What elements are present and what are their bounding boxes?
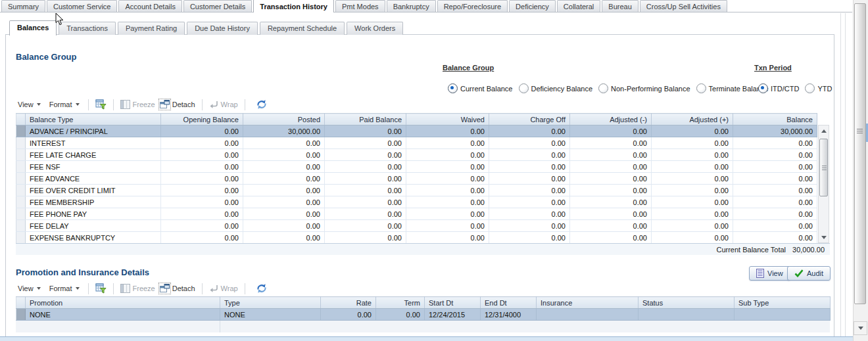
cell (735, 309, 831, 321)
radio-itd-ctd[interactable]: ITD/CTD (758, 83, 799, 93)
tab-transaction-history[interactable]: Transaction History (253, 0, 334, 12)
subtab-work-orders[interactable]: Work Orders (347, 22, 403, 35)
detach-button[interactable]: Detach (160, 100, 195, 109)
column-header[interactable]: Insurance (537, 297, 639, 309)
view-menu[interactable]: View (16, 99, 43, 110)
table-row[interactable]: FEE MEMBERSHIP0.000.000.000.000.000.000.… (16, 196, 817, 208)
row-selector[interactable] (16, 196, 26, 208)
query-by-example-icon[interactable] (95, 283, 107, 294)
cell: 0.00 (733, 196, 817, 208)
tab-repo-foreclosure[interactable]: Repo/Foreclosure (437, 0, 508, 12)
radio-deficiency-balance[interactable]: Deficiency Balance (519, 83, 593, 93)
column-header[interactable]: Status (639, 297, 735, 309)
column-header[interactable]: Term (376, 297, 425, 309)
tab-customer-service[interactable]: Customer Service (47, 0, 117, 12)
chevron-down-icon (76, 103, 80, 106)
column-header[interactable]: Opening Balance (161, 114, 243, 125)
format-menu[interactable]: Format (47, 99, 82, 110)
tab-bankruptcy[interactable]: Bankruptcy (387, 0, 436, 12)
row-selector[interactable] (16, 232, 26, 244)
row-selector[interactable] (16, 185, 26, 196)
row-selector[interactable] (16, 220, 26, 232)
page-scrollbar-thumb[interactable] (854, 3, 866, 304)
view-menu-label: View (18, 284, 34, 292)
scroll-down-arrow[interactable] (819, 233, 829, 242)
radio-ytd[interactable]: YTD (805, 83, 832, 93)
toolbar-separator (245, 283, 245, 294)
table-row[interactable]: FEE OVER CREDIT LIMIT0.000.000.000.000.0… (16, 185, 817, 196)
row-selector[interactable] (16, 137, 26, 149)
column-header[interactable]: Charge Off (489, 114, 570, 125)
detach-button[interactable]: Detach (160, 284, 195, 293)
radio-non-performing-balance[interactable]: Non-Performing Balance (598, 83, 690, 93)
column-header[interactable]: Waived (406, 114, 489, 125)
format-menu-label: Format (49, 101, 72, 108)
view-menu[interactable]: View (16, 283, 43, 294)
column-header[interactable]: Paid Balance (325, 114, 406, 125)
radio-current-balance[interactable]: Current Balance (448, 83, 513, 93)
detach-icon (160, 284, 170, 293)
cell: 0.00 (733, 185, 817, 196)
refresh-icon[interactable] (256, 99, 268, 110)
column-header[interactable]: Balance Type (26, 114, 161, 125)
column-header[interactable]: Start Dt (425, 297, 481, 309)
column-header[interactable]: Adjusted (-) (570, 114, 652, 125)
table-row[interactable]: INTEREST0.000.000.000.000.000.000.000.00 (16, 137, 817, 149)
row-selector[interactable] (16, 149, 26, 161)
view-button[interactable]: View (749, 266, 790, 281)
freeze-label: Freeze (133, 101, 155, 108)
tab-collateral[interactable]: Collateral (557, 0, 600, 12)
bottom-accent-strip (0, 336, 853, 341)
table-row[interactable]: FEE DELAY0.000.000.000.000.000.000.000.0… (16, 220, 817, 232)
table-row[interactable]: FEE ADVANCE0.000.000.000.000.000.000.000… (16, 173, 817, 185)
detach-label: Detach (172, 284, 195, 292)
wrap-button: Wrap (209, 284, 238, 293)
table-row[interactable]: NONENONE0.000.0012/24/201512/31/4000 (16, 309, 831, 321)
row-selector[interactable] (16, 208, 26, 220)
scroll-up-arrow[interactable] (819, 126, 829, 135)
tab-deficiency[interactable]: Deficiency (509, 0, 556, 12)
table-row[interactable]: FEE PHONE PAY0.000.000.000.000.000.000.0… (16, 208, 817, 220)
audit-button[interactable]: Audit (787, 266, 831, 281)
scrollbar-thumb[interactable] (819, 139, 828, 196)
row-selector[interactable] (16, 173, 26, 185)
table-row[interactable]: ADVANCE / PRINCIPAL0.0030,000.000.000.00… (16, 125, 817, 137)
cell: 0.00 (243, 137, 325, 149)
subtab-balances[interactable]: Balances (9, 20, 57, 35)
row-selector[interactable] (16, 309, 26, 321)
refresh-icon[interactable] (256, 283, 268, 294)
table-row[interactable]: EXPENSE BANKRUPTCY0.000.000.000.000.000.… (16, 232, 817, 244)
column-header[interactable]: End Dt (481, 297, 537, 309)
cell: 0.00 (406, 173, 489, 185)
cell: 0.00 (489, 220, 570, 232)
column-header[interactable]: Balance (733, 114, 817, 125)
radio-icon (598, 83, 608, 93)
tab-summary[interactable]: Summary (1, 0, 45, 12)
table-row[interactable]: FEE NSF0.000.000.000.000.000.000.000.00 (16, 161, 817, 173)
subtab-due-date-history[interactable]: Due Date History (187, 22, 258, 35)
row-selector[interactable] (16, 125, 26, 137)
subtab-payment-rating[interactable]: Payment Rating (118, 22, 185, 35)
table-row[interactable]: FEE LATE CHARGE0.000.000.000.000.000.000… (16, 149, 817, 161)
tab-cross-up-sell-activities[interactable]: Cross/Up Sell Activities (640, 0, 727, 12)
query-by-example-icon[interactable] (95, 99, 107, 110)
cell: FEE MEMBERSHIP (26, 196, 161, 208)
cell: 0.00 (321, 309, 376, 321)
tab-bureau[interactable]: Bureau (602, 0, 638, 12)
page-scroll-down-arrow[interactable] (854, 321, 867, 335)
tab-pmt-modes[interactable]: Pmt Modes (335, 0, 385, 12)
format-menu-label: Format (49, 284, 72, 292)
tab-customer-details[interactable]: Customer Details (183, 0, 252, 12)
column-header[interactable]: Adjusted (+) (652, 114, 733, 125)
column-header[interactable]: Sub Type (735, 297, 831, 309)
tab-account-details[interactable]: Account Details (118, 0, 181, 12)
subtab-transactions[interactable]: Transactions (59, 22, 116, 35)
column-header[interactable]: Type (220, 297, 321, 309)
balance-table-scrollbar[interactable] (818, 125, 829, 243)
column-header[interactable]: Rate (321, 297, 376, 309)
format-menu[interactable]: Format (47, 283, 82, 294)
column-header[interactable]: Promotion (26, 297, 220, 309)
subtab-repayment-schedule[interactable]: Repayment Schedule (260, 22, 345, 35)
column-header[interactable]: Posted (243, 114, 325, 125)
row-selector[interactable] (16, 161, 26, 173)
